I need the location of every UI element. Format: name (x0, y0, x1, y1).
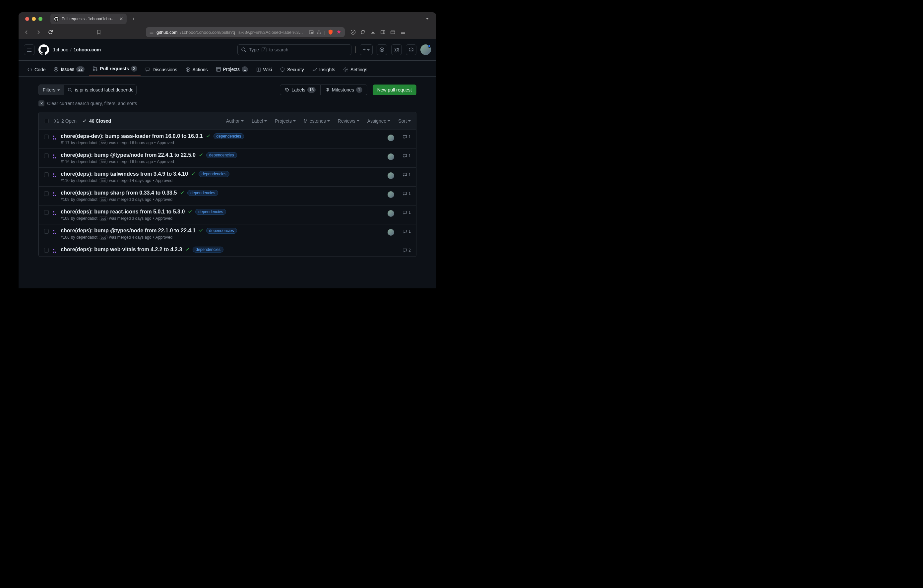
checks-passed-icon[interactable] (198, 153, 204, 158)
filter-label[interactable]: Label (251, 118, 267, 124)
pr-approved[interactable]: Approved (156, 235, 172, 240)
row-checkbox[interactable] (44, 135, 49, 139)
pr-approved[interactable]: Approved (157, 141, 174, 145)
brave-rewards-icon[interactable] (336, 30, 342, 35)
issues-button[interactable] (377, 44, 387, 55)
pr-title[interactable]: chore(deps): bump web-vitals from 4.2.2 … (61, 246, 182, 253)
pr-search-box[interactable] (64, 85, 136, 95)
pr-assignees[interactable] (386, 172, 394, 179)
pr-author[interactable]: dependabot (76, 216, 97, 221)
select-all-checkbox[interactable] (44, 119, 49, 123)
filter-sort[interactable]: Sort (398, 118, 411, 124)
pr-approved[interactable]: Approved (156, 178, 172, 183)
pr-label[interactable]: dependencies (187, 190, 218, 196)
assignee-avatar[interactable] (388, 135, 394, 141)
pr-approved[interactable]: Approved (156, 216, 172, 221)
checks-passed-icon[interactable] (205, 133, 211, 139)
pr-author[interactable]: dependabot (76, 159, 97, 164)
nav-discussions[interactable]: Discussions (142, 67, 181, 76)
pull-requests-button[interactable] (391, 44, 402, 55)
forward-button[interactable] (34, 28, 43, 37)
close-window-icon[interactable] (25, 17, 29, 21)
pr-search-input[interactable] (75, 87, 133, 92)
pr-author[interactable]: dependabot (76, 141, 97, 145)
nav-projects[interactable]: Projects1 (212, 66, 251, 76)
labels-button[interactable]: Labels16 (280, 85, 320, 95)
checks-passed-icon[interactable] (179, 190, 185, 195)
nav-actions[interactable]: Actions (182, 67, 211, 76)
checks-passed-icon[interactable] (198, 228, 204, 233)
checks-passed-icon[interactable] (187, 209, 193, 214)
pr-label[interactable]: dependencies (206, 228, 237, 234)
pr-assignees[interactable] (386, 135, 394, 141)
pr-approved[interactable]: Approved (157, 159, 174, 164)
pr-comments[interactable]: 1 (397, 135, 411, 139)
github-logo-icon[interactable] (38, 44, 49, 55)
filters-button[interactable]: Filters (38, 85, 64, 95)
pr-label[interactable]: dependencies (199, 171, 230, 177)
pr-approved[interactable]: Approved (156, 197, 172, 202)
open-tab[interactable]: 2 Open (54, 118, 77, 124)
breadcrumb-repo[interactable]: 1chooo.com (74, 47, 101, 53)
nav-security[interactable]: Security (276, 67, 307, 76)
pr-title[interactable]: chore(deps): bump @types/node from 22.1.… (61, 228, 195, 234)
pr-assignees[interactable] (386, 153, 394, 160)
closed-tab[interactable]: 46 Closed (82, 118, 111, 124)
pr-author[interactable]: dependabot (76, 235, 97, 240)
row-checkbox[interactable] (44, 172, 49, 177)
pr-label[interactable]: dependencies (206, 152, 237, 158)
breadcrumb-owner[interactable]: 1chooo (53, 47, 68, 53)
notifications-button[interactable] (406, 44, 416, 55)
row-checkbox[interactable] (44, 191, 49, 196)
pr-label[interactable]: dependencies (193, 246, 223, 253)
app-menu-icon[interactable] (400, 29, 406, 35)
address-bar[interactable]: github.com/1chooo/1chooo.com/pulls?q=is%… (146, 27, 345, 37)
filter-assignee[interactable]: Assignee (367, 118, 391, 124)
milestones-button[interactable]: Milestones1 (320, 85, 367, 95)
reload-button[interactable] (46, 28, 55, 37)
pr-comments[interactable]: 1 (397, 229, 411, 234)
close-tab-icon[interactable]: ✕ (119, 16, 123, 21)
brave-news-icon[interactable] (350, 29, 356, 35)
new-pull-request-button[interactable]: New pull request (373, 85, 416, 95)
row-checkbox[interactable] (44, 229, 49, 234)
checks-passed-icon[interactable] (185, 247, 190, 252)
pr-comments[interactable]: 1 (397, 153, 411, 158)
filter-projects[interactable]: Projects (275, 118, 296, 124)
filter-milestones[interactable]: Milestones (304, 118, 330, 124)
back-button[interactable] (22, 28, 31, 37)
nav-settings[interactable]: Settings (340, 67, 371, 76)
pr-comments[interactable]: 2 (397, 248, 411, 253)
share-icon[interactable] (317, 30, 321, 34)
pr-comments[interactable]: 1 (397, 191, 411, 196)
assignee-avatar[interactable] (388, 210, 394, 217)
search-input[interactable]: Type / to search (237, 44, 351, 55)
pr-author[interactable]: dependabot (76, 197, 97, 202)
site-settings-icon[interactable] (149, 30, 154, 34)
maximize-window-icon[interactable] (38, 17, 43, 21)
user-avatar[interactable] (420, 44, 431, 55)
assignee-avatar[interactable] (388, 229, 394, 236)
checks-passed-icon[interactable] (191, 171, 196, 177)
filter-author[interactable]: Author (226, 118, 244, 124)
pr-assignees[interactable] (386, 210, 394, 217)
brave-shield-icon[interactable] (328, 29, 333, 35)
nav-code[interactable]: Code (24, 67, 49, 76)
pr-label[interactable]: dependencies (195, 209, 226, 215)
pr-title[interactable]: chore(deps): bump sharp from 0.33.4 to 0… (61, 190, 177, 196)
assignee-avatar[interactable] (388, 153, 394, 160)
pr-title[interactable]: chore(deps): bump tailwindcss from 3.4.9… (61, 171, 188, 177)
pr-title[interactable]: chore(deps): bump @types/node from 22.4.… (61, 152, 195, 158)
sidepanel-icon[interactable] (380, 29, 386, 35)
row-checkbox[interactable] (44, 248, 49, 253)
pr-author[interactable]: dependabot (76, 178, 97, 183)
create-new-button[interactable]: + (360, 44, 373, 55)
row-checkbox[interactable] (44, 210, 49, 215)
clear-filters-link[interactable]: ✕ Clear current search query, filters, a… (38, 100, 416, 107)
nav-wiki[interactable]: Wiki (253, 67, 275, 76)
assignee-avatar[interactable] (388, 172, 394, 179)
row-checkbox[interactable] (44, 153, 49, 158)
new-tab-button[interactable]: + (129, 14, 138, 23)
bookmark-button[interactable] (94, 28, 103, 37)
browser-tab[interactable]: Pull requests · 1chooo/1choo… ✕ (50, 13, 126, 24)
